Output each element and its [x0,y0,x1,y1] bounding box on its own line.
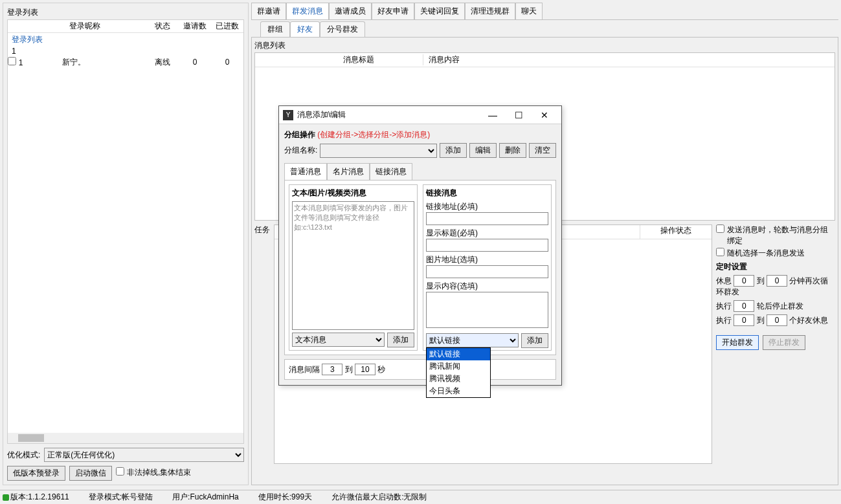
status-user: 用户:FuckAdminHa [172,492,239,503]
text-msg-section: 文本/图片/视频类消息 文本消息 添加 [289,184,418,351]
rest-to-input[interactable] [767,275,787,287]
right-options: 发送消息时，轮数与消息分组绑定 随机选择一条消息发送 定时设置 休息 到 分钟再… [712,225,835,464]
status-max-start: 允许微信最大启动数:无限制 [331,492,427,503]
tab-group-invite[interactable]: 群邀请 [251,3,286,19]
tab-keyword-reply[interactable]: 关键词回复 [414,3,465,19]
tab-friend-request[interactable]: 好友申请 [372,3,414,19]
row-checkbox[interactable] [8,57,16,65]
maximize-button[interactable]: ☐ [506,110,532,120]
link-content-label: 显示内容(选填) [426,281,548,292]
close-button[interactable]: ✕ [532,110,557,120]
link-option-toutiao[interactable]: 今日头条 [427,385,490,397]
link-img-label: 图片地址(选填) [426,254,548,265]
col-invites[interactable]: 邀请数 [179,21,211,32]
link-add-button[interactable]: 添加 [521,333,548,348]
group-clear-button[interactable]: 清空 [529,143,556,158]
row-status: 离线 [146,57,179,68]
login-group-count: 1 [8,47,243,56]
tab-clean-group[interactable]: 清理违规群 [465,3,515,19]
link-title-input[interactable] [426,239,548,252]
start-wechat-button[interactable]: 启动微信 [69,466,112,481]
task-label: 任务 [254,225,274,464]
subtab-multi-send[interactable]: 分号群发 [320,21,365,37]
exec-rounds-input[interactable] [734,300,754,312]
subtab-friend[interactable]: 好友 [290,21,320,37]
interval-from-input[interactable] [322,364,342,375]
link-title-label: 显示标题(必填) [426,228,548,239]
link-type-select[interactable]: 默认链接 [426,333,519,347]
status-use-time: 使用时长:999天 [258,492,312,503]
dialog-title-text: 消息添加\编辑 [297,109,346,120]
msgtab-link[interactable]: 链接消息 [370,163,412,180]
link-img-input[interactable] [426,265,548,278]
status-version: 版本:1.1.2.19611 [10,492,69,503]
login-group-label[interactable]: 登录列表 [8,33,243,47]
text-add-button[interactable]: 添加 [387,333,414,347]
app-icon: Y [283,110,293,120]
link-option-tencent-news[interactable]: 腾讯新闻 [427,360,490,373]
login-grid: 登录昵称 状态 邀请数 已进数 登录列表 1 1 新宁。 离线 0 0 [7,19,244,444]
text-section-title: 文本/图片/视频类消息 [292,188,414,199]
chk-bind-rounds[interactable]: 发送消息时，轮数与消息分组绑定 [716,225,835,247]
msgtab-normal[interactable]: 普通消息 [284,163,327,180]
interval-unit: 秒 [377,365,385,374]
low-version-login-button[interactable]: 低版本预登录 [7,466,65,481]
start-mass-send-button[interactable]: 开始群发 [716,335,759,350]
minimize-button[interactable]: — [480,110,506,120]
optim-label: 优化模式: [7,450,40,461]
interval-label: 消息间隔 [289,365,320,374]
exec-to-input[interactable] [767,314,787,326]
text-msg-input[interactable] [292,201,414,330]
timer-title: 定时设置 [716,261,835,272]
chk-random-msg[interactable]: 随机选择一条消息发送 [716,248,835,259]
hscrollbar[interactable] [8,433,243,443]
col-msg-content[interactable]: 消息内容 [423,54,835,65]
optim-select[interactable]: 正常版(无任何优化) [44,448,244,462]
group-name-label: 分组名称: [284,145,317,156]
col-status[interactable]: 状态 [146,21,179,32]
link-url-label: 链接地址(必填) [426,201,548,212]
col-op-status[interactable]: 操作状态 [640,225,712,239]
dialog-titlebar[interactable]: Y 消息添加\编辑 — ☐ ✕ [279,106,561,124]
msg-edit-dialog: Y 消息添加\编辑 — ☐ ✕ 分组操作 (创建分组->选择分组->添加消息) … [278,105,562,386]
stop-mass-send-button[interactable]: 停止群发 [763,335,805,350]
status-login-mode: 登录模式:帐号登陆 [89,492,153,503]
msgtab-card[interactable]: 名片消息 [327,163,370,180]
subtab-group[interactable]: 群组 [260,21,290,37]
tab-mass-send[interactable]: 群发消息 [286,3,329,19]
msg-list-title: 消息列表 [254,40,835,51]
login-panel-title: 登录列表 [7,7,244,18]
group-edit-button[interactable]: 编辑 [469,143,497,158]
row-invites: 0 [179,58,211,67]
row-nick: 新宁。 [23,57,146,68]
link-option-default[interactable]: 默认链接 [427,348,490,360]
text-type-select[interactable]: 文本消息 [292,333,385,347]
sub-tabs: 群组 好友 分号群发 [251,21,838,37]
interval-to-input[interactable] [355,364,376,375]
group-add-button[interactable]: 添加 [440,143,467,158]
login-panel: 登录列表 登录昵称 状态 邀请数 已进数 登录列表 1 1 新宁。 离线 0 0… [3,3,249,485]
link-section-title: 链接消息 [426,188,548,199]
login-row[interactable]: 1 新宁。 离线 0 0 [8,56,243,69]
link-option-tencent-video[interactable]: 腾讯视频 [427,373,490,385]
link-content-input[interactable] [426,292,548,328]
group-name-select[interactable] [320,144,437,158]
tab-invite-member[interactable]: 邀请成员 [329,3,372,19]
group-del-button[interactable]: 删除 [499,143,526,158]
group-ops-label: 分组操作 [284,130,315,139]
link-msg-section: 链接消息 链接地址(必填) 显示标题(必填) 图片地址(选填) 显示内容(选填)… [423,184,552,351]
status-dot-icon [3,494,9,501]
row-entered: 0 [211,58,243,67]
col-nickname[interactable]: 登录昵称 [23,21,146,32]
link-type-dropdown: 默认链接 腾讯新闻 腾讯视频 今日头条 [426,347,491,398]
status-bar: 版本:1.1.2.19611 登录模式:帐号登陆 用户:FuckAdminHa … [0,490,841,504]
top-tabs: 群邀请 群发消息 邀请成员 好友申请 关键词回复 清理违规群 聊天 [251,3,838,20]
link-url-input[interactable] [426,212,548,225]
tab-chat[interactable]: 聊天 [515,3,543,19]
col-entered[interactable]: 已进数 [211,21,243,32]
illegal-drop-checkbox[interactable]: 非法掉线,集体结束 [116,467,191,478]
group-ops-hint: (创建分组->选择分组->添加消息) [317,130,430,139]
exec-from-input[interactable] [734,314,754,326]
rest-from-input[interactable] [734,275,754,287]
col-msg-title[interactable]: 消息标题 [294,54,423,65]
